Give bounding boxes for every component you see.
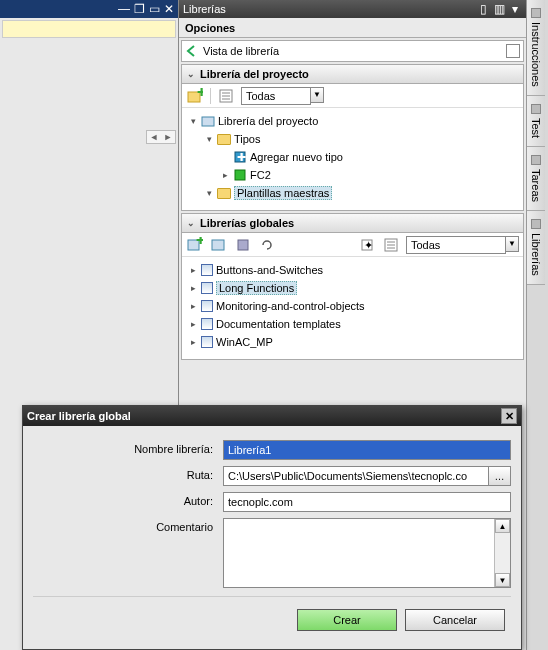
libraries-titlebar: Librerías ▯ ▥ ▾: [179, 0, 526, 18]
close-icon[interactable]: ✕: [501, 408, 517, 424]
autor-input[interactable]: [223, 492, 511, 512]
tree-plantillas[interactable]: ▾ Plantillas maestras: [184, 184, 521, 202]
svg-text:✚: ✚: [237, 151, 246, 163]
svg-text:✚: ✚: [197, 88, 203, 98]
chevron-down-icon[interactable]: ⌄: [186, 69, 196, 79]
comentario-label: Comentario: [33, 518, 223, 533]
list-item[interactable]: ▸ Long Functions: [184, 279, 521, 297]
chevron-down-icon[interactable]: ⌄: [186, 218, 196, 228]
create-global-library-icon[interactable]: ✚: [186, 236, 204, 254]
tree-fc2[interactable]: ▸ FC2: [184, 166, 521, 184]
tree-label: Librería del proyecto: [218, 115, 318, 127]
tab-label: Instrucciones: [530, 22, 542, 87]
fc-block-icon: [233, 168, 247, 182]
project-library-header[interactable]: ⌄ Librería del proyecto: [181, 64, 524, 84]
project-filter-value: Todas: [246, 90, 275, 102]
cancelar-button[interactable]: Cancelar: [405, 609, 505, 631]
book-icon: [201, 336, 213, 348]
maximize-icon[interactable]: ▭: [147, 2, 161, 16]
expander-open-icon[interactable]: ▾: [204, 188, 214, 198]
tab-test[interactable]: Test: [527, 96, 545, 147]
book-icon: [201, 318, 213, 330]
tab-label: Tareas: [530, 169, 542, 202]
view-toggle-icon[interactable]: [506, 44, 520, 58]
tab-label: Test: [530, 118, 542, 138]
list-view-icon[interactable]: [382, 236, 400, 254]
panel-menu-icon[interactable]: ▾: [508, 2, 522, 16]
dropdown-arrow-icon[interactable]: ▼: [505, 236, 519, 252]
list-item[interactable]: ▸ Buttons-and-Switches: [184, 261, 521, 279]
tree-add-type[interactable]: ✚ Agregar nuevo tipo: [184, 148, 521, 166]
global-filter-select[interactable]: Todas: [406, 236, 506, 254]
tab-tareas[interactable]: Tareas: [527, 147, 545, 211]
tab-icon: [531, 104, 541, 114]
project-filter-select[interactable]: Todas: [241, 87, 311, 105]
project-library-toolbar: ✚ Todas ▼: [182, 84, 523, 108]
browse-button[interactable]: …: [489, 466, 511, 486]
expander-open-icon[interactable]: ▾: [188, 116, 198, 126]
minimize-icon[interactable]: —: [117, 2, 131, 16]
tree-label: WinAC_MP: [216, 336, 273, 348]
tree-tipos[interactable]: ▾ Tipos: [184, 130, 521, 148]
toggle-icon[interactable]: ✦: [358, 236, 376, 254]
expander-closed-icon[interactable]: ▸: [188, 301, 198, 311]
dialog-titlebar: Crear librería global ✕: [23, 406, 521, 426]
scroll-down-icon[interactable]: ▼: [495, 573, 510, 587]
list-item[interactable]: ▸ Monitoring-and-control-objects: [184, 297, 521, 315]
expander-closed-icon[interactable]: ▸: [188, 265, 198, 275]
new-library-icon[interactable]: ✚: [186, 87, 204, 105]
close-icon[interactable]: ✕: [162, 2, 176, 16]
global-libraries-body: ✚ ✦ Todas ▼: [181, 233, 524, 360]
book-icon: [201, 300, 213, 312]
crear-button[interactable]: Crear: [297, 609, 397, 631]
tree-label: FC2: [250, 169, 271, 181]
pin-icon[interactable]: ▯: [476, 2, 490, 16]
global-libraries-toolbar: ✚ ✦ Todas ▼: [182, 233, 523, 257]
svg-rect-12: [212, 240, 224, 250]
autor-label: Autor:: [33, 492, 223, 507]
scrollbar[interactable]: ▲ ▼: [494, 519, 510, 587]
scroll-up-icon[interactable]: ▲: [495, 519, 510, 533]
columns-icon[interactable]: ▥: [492, 2, 506, 16]
separator: [210, 88, 211, 104]
list-item[interactable]: ▸ Documentation templates: [184, 315, 521, 333]
svg-rect-6: [202, 117, 214, 126]
panel-title: Librerías: [183, 3, 226, 15]
back-icon[interactable]: [185, 44, 199, 58]
comentario-textarea[interactable]: ▲ ▼: [223, 518, 511, 588]
list-item[interactable]: ▸ WinAC_MP: [184, 333, 521, 351]
tree-label: Tipos: [234, 133, 261, 145]
expander-closed-icon[interactable]: ▸: [220, 170, 230, 180]
expander-closed-icon[interactable]: ▸: [188, 319, 198, 329]
nombre-input[interactable]: [223, 440, 511, 460]
highlight-strip: [2, 20, 176, 38]
global-filter-value: Todas: [411, 239, 440, 251]
dialog-title: Crear librería global: [27, 410, 131, 422]
list-view-icon[interactable]: [217, 87, 235, 105]
tree-label-selected: Plantillas maestras: [234, 186, 332, 200]
ruta-input[interactable]: [223, 466, 489, 486]
folder-icon: [217, 134, 231, 145]
folder-icon: [217, 188, 231, 199]
tab-instrucciones[interactable]: Instrucciones: [527, 0, 545, 96]
side-tabs: Instrucciones Test Tareas Librerías: [526, 0, 548, 650]
expander-open-icon[interactable]: ▾: [204, 134, 214, 144]
restore-icon[interactable]: ❐: [132, 2, 146, 16]
button-label: Cancelar: [433, 614, 477, 626]
refresh-icon[interactable]: [258, 236, 276, 254]
save-library-icon[interactable]: [234, 236, 252, 254]
tree-project-root[interactable]: ▾ Librería del proyecto: [184, 112, 521, 130]
svg-rect-9: [235, 170, 245, 180]
tab-icon: [531, 8, 541, 18]
svg-rect-13: [238, 240, 248, 250]
left-scroll-indicator[interactable]: ◄►: [146, 130, 176, 144]
tree-label: Buttons-and-Switches: [216, 264, 323, 276]
tree-label-selected: Long Functions: [216, 281, 297, 295]
expander-closed-icon[interactable]: ▸: [188, 337, 198, 347]
dropdown-arrow-icon[interactable]: ▼: [310, 87, 324, 103]
global-libraries-header[interactable]: ⌄ Librerías globales: [181, 213, 524, 233]
expander-closed-icon[interactable]: ▸: [188, 283, 198, 293]
open-library-icon[interactable]: [210, 236, 228, 254]
ruta-label: Ruta:: [33, 466, 223, 481]
tab-librerias[interactable]: Librerías: [527, 211, 545, 285]
